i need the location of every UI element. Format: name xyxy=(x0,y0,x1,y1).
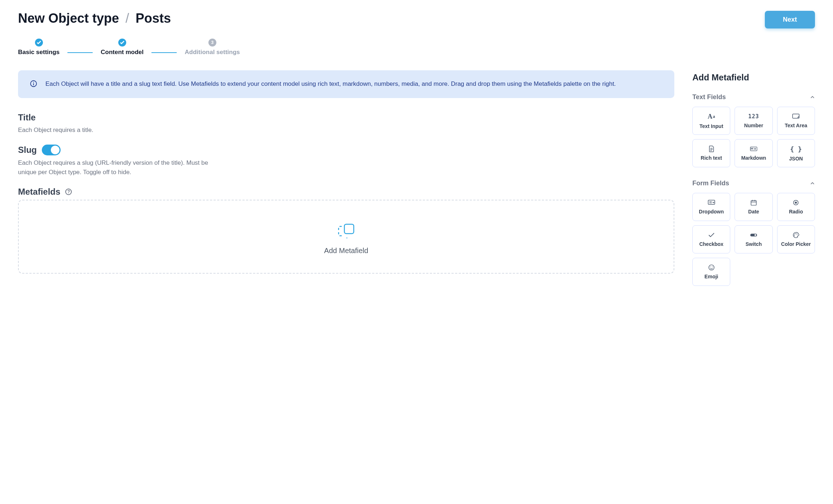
svg-point-21 xyxy=(795,233,796,234)
tile-label: Text Area xyxy=(785,123,807,128)
dropzone-label: Add Metafield xyxy=(324,247,368,255)
slug-toggle[interactable] xyxy=(42,145,61,155)
dropdown-icon xyxy=(708,199,715,206)
dropzone-icon xyxy=(336,222,356,240)
tile-switch[interactable]: Switch xyxy=(735,225,772,253)
title-heading: Title xyxy=(18,112,674,123)
tile-label: Number xyxy=(744,123,763,128)
title-prefix: New Object type xyxy=(18,11,119,26)
title-desc: Each Object requires a title. xyxy=(18,125,220,135)
palette-heading: Add Metafield xyxy=(692,72,815,83)
step-content-model[interactable]: Content model xyxy=(101,39,144,56)
svg-point-20 xyxy=(794,234,795,234)
slug-heading: Slug xyxy=(18,145,674,155)
next-button[interactable]: Next xyxy=(765,11,815,28)
step-label: Content model xyxy=(101,49,144,56)
tile-emoji[interactable]: Emoji xyxy=(692,258,730,286)
tile-number[interactable]: 123 Number xyxy=(735,107,772,135)
date-icon xyxy=(750,199,757,206)
tile-date[interactable]: Date xyxy=(735,193,772,221)
title-separator: / xyxy=(125,11,129,26)
tile-dropdown[interactable]: Dropdown xyxy=(692,193,730,221)
text-area-icon xyxy=(792,113,799,120)
tile-label: Emoji xyxy=(705,274,718,279)
title-object-name: Posts xyxy=(136,11,171,26)
tile-label: Rich text xyxy=(701,155,722,161)
group-label: Text Fields xyxy=(692,93,726,101)
svg-point-1 xyxy=(33,82,34,83)
svg-rect-3 xyxy=(344,224,354,234)
tile-radio[interactable]: Radio xyxy=(777,193,815,221)
svg-point-19 xyxy=(754,234,756,236)
step-label: Additional settings xyxy=(185,49,240,56)
step-check-icon xyxy=(118,39,126,47)
group-form-fields-items: Dropdown Date Radio Checkbox xyxy=(692,193,815,286)
svg-point-24 xyxy=(709,265,714,270)
slug-desc: Each Object requires a slug (URL-friendl… xyxy=(18,158,220,177)
step-connector xyxy=(151,52,177,53)
slug-heading-text: Slug xyxy=(18,145,37,155)
svg-rect-12 xyxy=(751,200,757,205)
svg-point-25 xyxy=(710,266,711,267)
stepper: Basic settings Content model 3 Additiona… xyxy=(18,39,815,56)
tile-label: Text Input xyxy=(700,123,723,129)
tile-checkbox[interactable]: Checkbox xyxy=(692,225,730,253)
tile-label: Dropdown xyxy=(699,209,724,215)
radio-icon xyxy=(792,199,799,206)
step-connector xyxy=(67,52,93,53)
json-icon: { } xyxy=(790,145,802,153)
info-banner: Each Object will have a title and a slug… xyxy=(18,70,674,98)
svg-point-22 xyxy=(797,234,797,234)
metafields-palette: Add Metafield Text Fields Aa Text Input … xyxy=(692,70,815,298)
step-basic-settings[interactable]: Basic settings xyxy=(18,39,60,56)
group-text-fields-items: Aa Text Input 123 Number Text Area Rich … xyxy=(692,107,815,167)
tile-color-picker[interactable]: Color Picker xyxy=(777,225,815,253)
markdown-icon xyxy=(750,146,757,152)
chevron-up-icon xyxy=(810,95,815,100)
tile-label: Date xyxy=(748,209,759,215)
step-additional-settings[interactable]: 3 Additional settings xyxy=(185,39,240,56)
checkbox-icon xyxy=(708,232,715,238)
group-form-fields[interactable]: Form Fields xyxy=(692,180,815,187)
tile-markdown[interactable]: Markdown xyxy=(735,139,772,167)
metafields-heading-text: Metafields xyxy=(18,187,60,197)
group-text-fields[interactable]: Text Fields xyxy=(692,93,815,101)
svg-point-17 xyxy=(795,202,797,204)
help-icon[interactable]: ? xyxy=(65,189,72,195)
info-icon xyxy=(30,80,38,88)
page-header: New Object type / Posts Next xyxy=(18,11,815,28)
color-picker-icon xyxy=(792,232,799,238)
tile-label: Color Picker xyxy=(781,241,811,247)
tile-label: Radio xyxy=(789,209,803,215)
step-check-icon xyxy=(35,39,43,47)
tile-label: Switch xyxy=(745,241,762,247)
svg-rect-2 xyxy=(33,83,34,85)
tile-label: Markdown xyxy=(741,155,766,161)
group-label: Form Fields xyxy=(692,180,729,187)
text-input-icon: Aa xyxy=(708,113,715,120)
tile-text-area[interactable]: Text Area xyxy=(777,107,815,135)
svg-point-23 xyxy=(794,235,795,236)
tile-text-input[interactable]: Aa Text Input xyxy=(692,107,730,135)
switch-icon xyxy=(750,232,757,238)
page-title: New Object type / Posts xyxy=(18,11,171,26)
info-text: Each Object will have a title and a slug… xyxy=(45,79,616,89)
step-label: Basic settings xyxy=(18,49,60,56)
tile-label: JSON xyxy=(789,156,803,162)
metafields-heading: Metafields ? xyxy=(18,187,674,197)
number-icon: 123 xyxy=(748,113,759,120)
step-number-icon: 3 xyxy=(208,39,216,47)
rich-text-icon xyxy=(708,146,715,152)
tile-rich-text[interactable]: Rich text xyxy=(692,139,730,167)
emoji-icon xyxy=(708,264,715,271)
chevron-up-icon xyxy=(810,181,815,186)
svg-point-26 xyxy=(712,266,713,267)
tile-label: Checkbox xyxy=(699,241,723,247)
metafields-dropzone[interactable]: Add Metafield xyxy=(18,200,674,274)
tile-json[interactable]: { } JSON xyxy=(777,139,815,167)
